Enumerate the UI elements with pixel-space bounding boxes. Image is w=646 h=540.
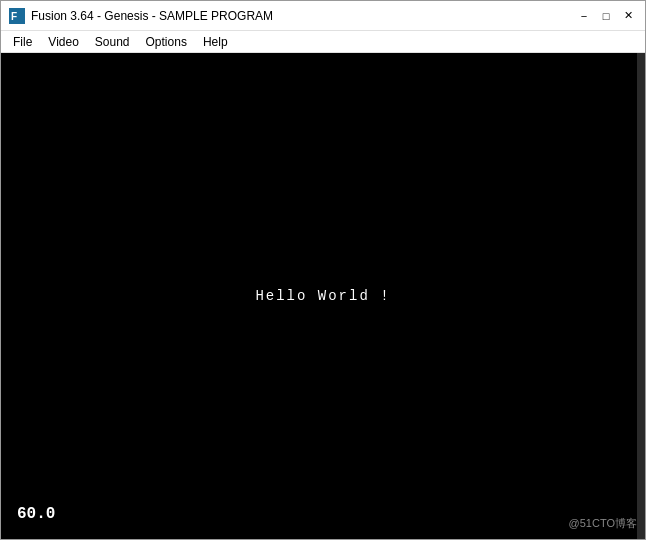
menu-item-video[interactable]: Video <box>40 32 86 52</box>
watermark-label: @51CTO博客 <box>569 516 637 531</box>
menu-item-file[interactable]: File <box>5 32 40 52</box>
title-bar: F Fusion 3.64 - Genesis - SAMPLE PROGRAM… <box>1 1 645 31</box>
fps-display: 60.0 <box>17 505 55 523</box>
app-icon: F <box>9 8 25 24</box>
scrollbar-right[interactable] <box>637 53 645 539</box>
maximize-button[interactable]: □ <box>597 7 615 25</box>
window-controls: − □ ✕ <box>575 7 637 25</box>
close-button[interactable]: ✕ <box>619 7 637 25</box>
minimize-button[interactable]: − <box>575 7 593 25</box>
menu-bar: File Video Sound Options Help <box>1 31 645 53</box>
svg-text:F: F <box>11 11 17 22</box>
menu-item-sound[interactable]: Sound <box>87 32 138 52</box>
menu-item-help[interactable]: Help <box>195 32 236 52</box>
main-window: F Fusion 3.64 - Genesis - SAMPLE PROGRAM… <box>0 0 646 540</box>
canvas-area: Hello World ! 60.0 @51CTO博客 <box>1 53 645 539</box>
menu-item-options[interactable]: Options <box>138 32 195 52</box>
window-title: Fusion 3.64 - Genesis - SAMPLE PROGRAM <box>31 9 575 23</box>
hello-world-label: Hello World ! <box>255 288 390 304</box>
